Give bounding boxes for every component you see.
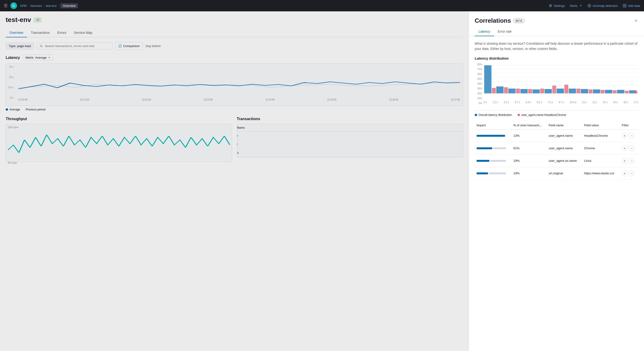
dist-y-axis: 80% 70% 60% 50% 40% 30% 20% 10% 0% xyxy=(475,63,483,104)
correlation-row: 19% url.original https://www.elastic.co/… xyxy=(475,167,638,180)
impact-bar-container xyxy=(476,160,510,162)
impact-bar-filled xyxy=(476,147,492,149)
alerts-button[interactable]: Alerts xyxy=(570,4,583,7)
service-badge: JS xyxy=(34,17,42,22)
panel-description: What is slowing down my service? Correla… xyxy=(475,41,638,51)
tab-errors[interactable]: Errors xyxy=(54,28,70,37)
correlation-table-body: 13% user_agent.name HeadlessChrome + − 6… xyxy=(475,129,638,180)
service-name: test-env xyxy=(6,16,31,24)
breadcrumb-services[interactable]: Services xyxy=(30,4,42,7)
main-layout: test-env JS Overview Transactions Errors… xyxy=(0,11,644,351)
close-button[interactable]: × xyxy=(634,17,638,24)
throughput-header: Throughput xyxy=(6,117,232,121)
throughput-y-50: 50.0 tpm xyxy=(8,162,230,164)
filter-exclude-button[interactable]: − xyxy=(629,158,634,164)
comparison-toggle[interactable]: ☑ Comparison xyxy=(115,42,143,50)
transactions-section: Transactions Name r / a xyxy=(237,117,463,162)
search-box[interactable] xyxy=(37,42,112,49)
bottom-row: Throughput 100.0 tpm 50.0 tpm Transactio… xyxy=(6,117,463,162)
table-row[interactable]: r xyxy=(237,131,463,140)
filter-exclude-button[interactable]: − xyxy=(629,145,634,151)
comparison-checkbox[interactable]: ☑ xyxy=(118,44,122,48)
tab-transactions[interactable]: Transactions xyxy=(27,28,54,37)
search-icon xyxy=(40,44,43,48)
filter-include-button[interactable]: + xyxy=(622,145,628,151)
col-filter: Filter xyxy=(620,121,638,130)
filter-cell: + − xyxy=(620,167,638,180)
panel-title-area: Correlations BETA xyxy=(475,17,524,24)
filter-exclude-button[interactable]: − xyxy=(629,171,634,176)
svg-rect-29 xyxy=(540,88,544,93)
day-before-label[interactable]: Day before xyxy=(146,44,161,48)
legend-overall-label: Overall latency distribution xyxy=(478,113,512,117)
search-input[interactable] xyxy=(45,44,110,48)
svg-rect-12 xyxy=(484,65,492,93)
filter-include-button[interactable]: + xyxy=(622,133,628,139)
svg-rect-37 xyxy=(634,91,637,93)
anomaly-detection-label: Anomaly detection xyxy=(592,4,618,7)
legend-headless-dot xyxy=(518,114,520,116)
svg-rect-19 xyxy=(569,88,576,93)
impact-cell xyxy=(475,142,512,154)
table-row[interactable]: a xyxy=(237,149,463,157)
breadcrumb-test-env[interactable]: test-env xyxy=(46,4,56,7)
breadcrumb-overview[interactable]: Overview xyxy=(60,3,78,8)
breadcrumb-apm[interactable]: APM xyxy=(20,4,26,7)
table-row[interactable]: / xyxy=(237,140,463,149)
legend-average-label: Average xyxy=(10,108,20,111)
dist-svg xyxy=(484,63,638,100)
svg-rect-17 xyxy=(544,89,552,93)
transaction-slash[interactable]: / xyxy=(237,142,238,146)
panel-tab-error-rate[interactable]: Error rate xyxy=(494,27,516,36)
correlation-table-header: Impact % of slow transacti... Field name… xyxy=(475,121,638,130)
field-name-cell: url.original xyxy=(547,167,582,180)
field-value-cell: https://www.elastic.co/ xyxy=(582,167,620,180)
transaction-a[interactable]: a xyxy=(237,151,239,154)
latency-header: Latency Metric Average xyxy=(6,55,463,60)
add-data-label: Add data xyxy=(628,4,640,7)
breadcrumb: APM › Services › test-env › Overview xyxy=(20,3,78,8)
panel-tab-latency[interactable]: Latency xyxy=(475,27,494,36)
anomaly-icon xyxy=(588,4,591,7)
svg-rect-27 xyxy=(516,88,520,93)
correlation-table: Impact % of slow transacti... Field name… xyxy=(475,121,638,180)
latency-section: Latency Metric Average 15 s 10 s 5.0 s 0… xyxy=(6,55,463,111)
panel-content: What is slowing down my service? Correla… xyxy=(469,36,644,184)
dist-chart-inner: 0 s 1.2 s 2.5 s 3.7 s 5.0 s 6.2 s 7.5 s … xyxy=(484,63,638,110)
filter-include-button[interactable]: + xyxy=(622,158,628,164)
throughput-section: Throughput 100.0 tpm 50.0 tpm xyxy=(6,117,232,162)
tab-overview[interactable]: Overview xyxy=(6,28,27,37)
settings-button[interactable]: Settings xyxy=(548,4,565,7)
impact-bar-filled xyxy=(476,172,488,174)
filter-include-button[interactable]: + xyxy=(622,171,628,176)
col-field-name: Field name xyxy=(547,121,582,130)
throughput-svg xyxy=(8,130,230,160)
impact-bar-empty xyxy=(493,147,506,149)
hamburger-icon[interactable]: ☰ xyxy=(4,3,8,8)
anomaly-detection-button[interactable]: Anomaly detection xyxy=(588,4,618,7)
slow-pct-cell: 19% xyxy=(512,154,547,167)
add-data-button[interactable]: Add data xyxy=(623,4,640,7)
add-data-icon xyxy=(623,4,626,7)
svg-rect-34 xyxy=(601,90,604,93)
svg-rect-28 xyxy=(528,89,532,93)
transactions-header: Transactions xyxy=(237,117,463,121)
svg-rect-31 xyxy=(564,85,568,93)
tab-service-map[interactable]: Service Map xyxy=(70,28,96,37)
svg-rect-22 xyxy=(605,90,612,93)
transactions-table-container: Name r / a xyxy=(237,124,463,157)
filter-buttons: + − xyxy=(622,133,636,139)
throughput-chart: 100.0 tpm 50.0 tpm xyxy=(6,124,232,162)
filter-exclude-button[interactable]: − xyxy=(629,133,634,139)
field-value-cell: Chrome xyxy=(582,142,620,154)
col-field-value: Field value xyxy=(582,121,620,130)
svg-rect-20 xyxy=(581,89,588,93)
transaction-r[interactable]: r xyxy=(237,134,238,137)
type-filter[interactable]: Type: page-load xyxy=(6,42,34,49)
field-name-cell: user_agent.name xyxy=(547,142,582,154)
correlation-row: 19% user_agent.os.name Linux + − xyxy=(475,154,638,167)
filter-cell: + − xyxy=(620,154,638,167)
correlation-row: 13% user_agent.name HeadlessChrome + − xyxy=(475,129,638,142)
transactions-table-header: Name xyxy=(237,124,463,131)
metric-select[interactable]: Metric Average xyxy=(23,55,53,60)
